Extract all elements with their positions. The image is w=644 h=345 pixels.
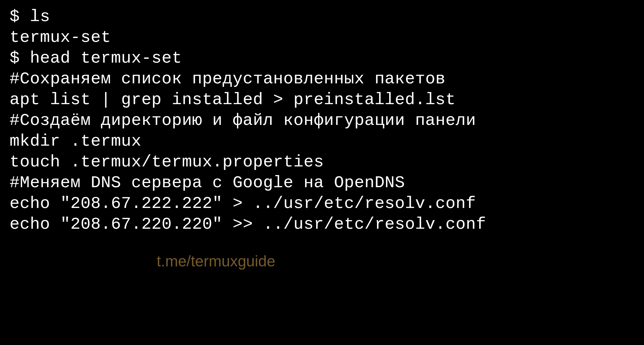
- terminal-line: #Создаём директорию и файл конфигурации …: [10, 110, 634, 131]
- terminal-line: touch .termux/termux.properties: [10, 152, 634, 172]
- terminal-line: $ head termux-set: [10, 48, 634, 69]
- terminal-line: $ ls: [10, 6, 634, 27]
- terminal-line: apt list | grep installed > preinstalled…: [10, 89, 634, 110]
- terminal-line: mkdir .termux: [10, 131, 634, 152]
- terminal-line: echo "208.67.222.222" > ../usr/etc/resol…: [10, 193, 634, 214]
- terminal-line: termux-set: [10, 27, 634, 48]
- terminal-output: $ ls termux-set $ head termux-set #Сохра…: [10, 6, 634, 235]
- terminal-line: echo "208.67.220.220" >> ../usr/etc/reso…: [10, 214, 634, 235]
- terminal-line: #Меняем DNS сервера с Google на OpenDNS: [10, 172, 634, 193]
- terminal-line: #Сохраняем список предустановленных паке…: [10, 69, 634, 89]
- watermark-text: t.me/termuxguide: [157, 252, 275, 271]
